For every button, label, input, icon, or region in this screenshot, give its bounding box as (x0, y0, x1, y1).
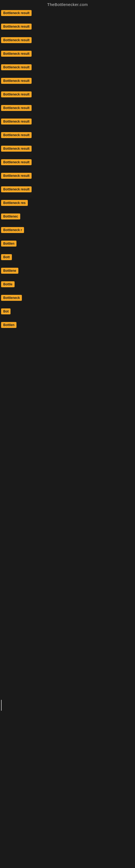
list-item[interactable]: Bottleneck result (1, 77, 135, 88)
bottleneck-badge: Bottleneck result (1, 10, 32, 16)
list-item[interactable]: Bottleneck result (1, 50, 135, 61)
list-item[interactable]: Bottleneck result (1, 104, 135, 115)
list-item[interactable]: Bottleneck r (1, 226, 135, 237)
bottleneck-badge: Bottleneck result (1, 186, 32, 192)
bottleneck-badge: Bottleneck result (1, 91, 32, 97)
bottleneck-badge: Bottlen (1, 241, 16, 247)
bottleneck-badge: Bottleneck result (1, 173, 32, 179)
list-item[interactable]: Bot (1, 307, 135, 319)
list-item[interactable]: Bottleneck result (1, 90, 135, 102)
bottleneck-badge: Bottlene (1, 268, 18, 274)
list-item[interactable]: Bottleneck result (1, 158, 135, 169)
site-header: TheBottlenecker.com (0, 0, 135, 8)
bottleneck-badge: Bottleneck result (1, 64, 32, 70)
list-item[interactable]: Bottle (1, 280, 135, 291)
list-item[interactable]: Bottlene (1, 267, 135, 278)
bottleneck-badge: Bott (1, 254, 12, 260)
list-item[interactable]: Bott (1, 253, 135, 265)
bottleneck-badge: Bottleneck result (1, 37, 32, 43)
bottleneck-badge: Bottleneck result (1, 24, 32, 30)
bottleneck-badge: Bot (1, 308, 10, 314)
list-item[interactable]: Bottleneck result (1, 131, 135, 143)
list-item[interactable]: Bottleneck result (1, 63, 135, 74)
bottleneck-badge: Bottleneck result (1, 159, 32, 165)
bottleneck-badge: Bottle (1, 281, 14, 287)
bottleneck-badge: Bottleneck r (1, 227, 24, 233)
bottleneck-badge: Bottleneck result (1, 119, 32, 124)
bottleneck-badge: Bottlen (1, 322, 16, 328)
list-item[interactable]: Bottleneck result (1, 9, 135, 20)
list-item[interactable]: Bottlen (1, 321, 135, 332)
items-container: Bottleneck resultBottleneck resultBottle… (0, 8, 135, 332)
bottleneck-badge: Bottleneck (1, 295, 22, 301)
list-item[interactable]: Bottleneck result (1, 118, 135, 129)
list-item[interactable]: Bottleneck result (1, 23, 135, 34)
list-item[interactable]: Bottlen (1, 240, 135, 251)
list-item[interactable]: Bottleneck result (1, 36, 135, 48)
bottleneck-badge: Bottleneck res (1, 200, 28, 206)
list-item[interactable]: Bottleneck (1, 294, 135, 305)
list-item[interactable]: Bottleneck result (1, 172, 135, 183)
site-title: TheBottlenecker.com (0, 0, 135, 8)
bottleneck-badge: Bottleneck result (1, 51, 32, 57)
bottleneck-badge: Bottleneck result (1, 132, 32, 138)
list-item[interactable]: Bottlenec (1, 212, 135, 224)
bottleneck-badge: Bottlenec (1, 214, 20, 219)
cursor-line (1, 700, 2, 711)
list-item[interactable]: Bottleneck result (1, 145, 135, 156)
bottleneck-badge: Bottleneck result (1, 105, 32, 111)
list-item[interactable]: Bottleneck res (1, 199, 135, 210)
bottleneck-badge: Bottleneck result (1, 78, 32, 84)
bottleneck-badge: Bottleneck result (1, 146, 32, 152)
list-item[interactable]: Bottleneck result (1, 185, 135, 197)
